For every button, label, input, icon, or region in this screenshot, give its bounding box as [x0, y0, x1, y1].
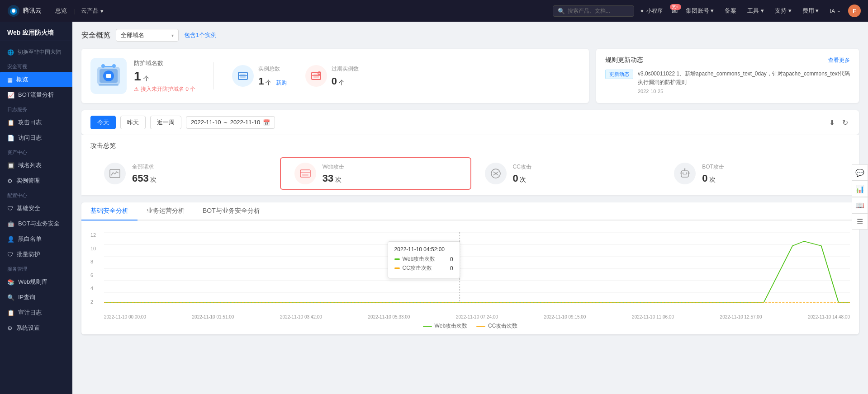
usage[interactable]: 费用 ▾: [800, 7, 822, 15]
domain-select[interactable]: 全部域名 ▾: [116, 29, 179, 42]
analysis-card: 基础安全分析 业务运营分析 BOT与业务安全分析 12 10 8 6 4 2: [81, 202, 859, 334]
legend-cc: CC攻击次数: [476, 322, 517, 330]
blacklist-icon: 👤: [7, 236, 14, 243]
section-label-asset: 资产中心: [0, 145, 72, 158]
bot-security-icon: 🤖: [7, 220, 14, 227]
instance-total-stat: 实例总数 1 个 新购: [232, 65, 287, 87]
web-rules-icon: 📚: [7, 279, 14, 286]
float-book-button[interactable]: 📖: [852, 197, 868, 213]
sidebar-item-web-rules[interactable]: 📚 Web规则库: [0, 274, 72, 290]
filing[interactable]: 备案: [722, 7, 739, 15]
right-float-buttons: 💬 📊 📖 ☰: [852, 164, 868, 230]
sidebar-item-system-settings[interactable]: ⚙ 系统设置: [0, 320, 72, 336]
sidebar-item-access-log[interactable]: 📄 访问日志: [0, 130, 72, 145]
tab-yesterday[interactable]: 昨天: [120, 116, 146, 129]
tools[interactable]: 工具 ▾: [745, 7, 767, 15]
svg-rect-6: [106, 74, 111, 78]
sidebar-item-switch-region[interactable]: 🌐 切换至非中国大陆: [0, 45, 72, 60]
refresh-button[interactable]: ↻: [840, 117, 850, 129]
tab-bot-security[interactable]: BOT与业务安全分析: [194, 202, 269, 220]
legend-web: Web攻击次数: [423, 322, 467, 330]
search-icon: 🔍: [558, 8, 565, 14]
sidebar-item-ip-query[interactable]: 🔍 IP查询: [0, 290, 72, 305]
batch-protect-icon: 🛡: [7, 251, 13, 258]
svg-rect-22: [302, 174, 308, 176]
search-bar[interactable]: 🔍: [553, 5, 634, 17]
overview-icon: ▦: [7, 76, 13, 83]
rule-more-link[interactable]: 查看更多: [828, 56, 850, 64]
logo[interactable]: 腾讯云: [7, 5, 42, 17]
attack-stats: 全部请求 653 次: [90, 157, 850, 190]
attack-stat-all: 全部请求 653 次: [90, 158, 280, 189]
sidebar: Web 应用防火墙 🌐 切换至非中国大陆 安全可视 ▦ 概览 📈 BOT流量分析…: [0, 22, 72, 394]
tab-business-ops[interactable]: 业务运营分析: [138, 202, 194, 220]
sidebar-item-bot-analysis[interactable]: 📈 BOT流量分析: [0, 87, 72, 103]
sidebar-item-basic-security[interactable]: 🛡 基础安全: [0, 201, 72, 216]
mini-program-item[interactable]: ✦ 小程序: [640, 7, 663, 15]
nav-home[interactable]: 总览: [51, 5, 71, 17]
filter-bar: 今天 昨天 近一周 2022-11-10 ～ 2022-11-10 📅 ⬇ ↻: [81, 110, 859, 135]
sidebar-item-batch-protect[interactable]: 🛡 批量防护: [0, 247, 72, 262]
analysis-tabs: 基础安全分析 业务运营分析 BOT与业务安全分析: [81, 202, 859, 220]
y-axis-labels: 12 10 8 6 4 2: [90, 232, 96, 305]
sidebar-item-instance-mgmt[interactable]: ⚙ 实例管理: [0, 173, 72, 188]
mail-item[interactable]: ✉ 99+: [672, 7, 678, 15]
svg-rect-12: [240, 74, 246, 78]
svg-rect-10: [103, 66, 114, 67]
attack-overview-card: 攻击总览 全部请求 653 次: [81, 135, 859, 195]
filter-right-actions: ⬇ ↻: [827, 117, 850, 129]
sidebar-item-blacklist[interactable]: 👤 黑白名单: [0, 231, 72, 247]
new-purchase-link[interactable]: 新购: [276, 80, 287, 86]
attack-stat-web: Web攻击 33 次: [280, 157, 471, 190]
search-input[interactable]: [568, 8, 629, 14]
sidebar-item-overview[interactable]: ▦ 概览: [0, 72, 72, 87]
float-menu-button[interactable]: ☰: [852, 213, 868, 230]
svg-point-28: [683, 173, 684, 174]
rule-header: 规则更新动态 查看更多: [605, 56, 850, 64]
float-chart-button[interactable]: 📊: [852, 181, 868, 197]
calendar-icon: 📅: [263, 119, 270, 126]
overview-card-left: 防护域名数 1 个 ⚠ 接入未开防护域名 0 个: [81, 49, 589, 103]
svg-point-32: [684, 169, 686, 170]
main-content: 安全概览 全部域名 ▾ 包含1个实例: [72, 22, 868, 394]
top-navigation: 腾讯云 总览 | 云产品 ▾ 🔍 ✦ 小程序 ✉ 99+ 集团账号 ▾ 备案 工…: [0, 0, 868, 22]
main-layout: Web 应用防火墙 🌐 切换至非中国大陆 安全可视 ▦ 概览 📈 BOT流量分析…: [0, 22, 868, 394]
nav-cloud-products[interactable]: 云产品 ▾: [76, 5, 108, 17]
sidebar-item-bot-security[interactable]: 🤖 BOT与业务安全: [0, 216, 72, 231]
avatar[interactable]: F: [848, 5, 861, 17]
page-title: 安全概览: [81, 31, 110, 40]
sidebar-item-domain-list[interactable]: 🔲 域名列表: [0, 158, 72, 173]
svg-point-26: [495, 173, 497, 174]
chart-tooltip: 2022-11-10 04:52:00 Web攻击次数 0 CC攻击次数 0: [388, 241, 460, 278]
access-warning: ⚠ 接入未开防护域名 0 个: [134, 85, 195, 93]
sidebar-product-title: Web 应用防火墙: [0, 22, 72, 41]
chart-svg: [104, 232, 850, 305]
overview-middle: 实例总数 1 个 新购: [232, 62, 359, 89]
warning-icon: ⚠: [134, 86, 139, 92]
ia-label[interactable]: IA ~: [827, 8, 843, 14]
svg-point-29: [686, 173, 688, 174]
rule-update-card: 规则更新动态 查看更多 更新动态 v3.0s00011022 1、新增apach…: [596, 49, 859, 103]
chart-container: 12 10 8 6 4 2: [90, 232, 850, 314]
svg-rect-7: [99, 84, 119, 86]
instance-link[interactable]: 包含1个实例: [184, 31, 217, 39]
section-label-service: 服务管理: [0, 262, 72, 274]
download-button[interactable]: ⬇: [827, 117, 837, 129]
svg-rect-27: [681, 171, 688, 177]
tab-basic-security[interactable]: 基础安全分析: [81, 202, 138, 220]
top-nav-items: 总览 | 云产品 ▾: [51, 5, 108, 17]
overview-row: 防护域名数 1 个 ⚠ 接入未开防护域名 0 个: [81, 49, 859, 103]
date-range-picker[interactable]: 2022-11-10 ～ 2022-11-10 📅: [186, 116, 275, 129]
svg-rect-20: [300, 170, 310, 177]
group-account[interactable]: 集团账号 ▾: [683, 7, 717, 15]
tab-last-week[interactable]: 近一周: [150, 116, 181, 129]
tab-today[interactable]: 今天: [90, 116, 116, 129]
svg-point-1: [12, 9, 15, 13]
system-settings-icon: ⚙: [7, 325, 13, 332]
sidebar-item-attack-log[interactable]: 📋 攻击日志: [0, 115, 72, 130]
float-chat-button[interactable]: 💬: [852, 164, 868, 181]
support[interactable]: 支持 ▾: [772, 7, 794, 15]
sidebar-item-audit-log[interactable]: 📋 审计日志: [0, 305, 72, 320]
section-label-log: 日志服务: [0, 103, 72, 115]
expired-stat: 过期实例数 0 个: [305, 65, 359, 87]
